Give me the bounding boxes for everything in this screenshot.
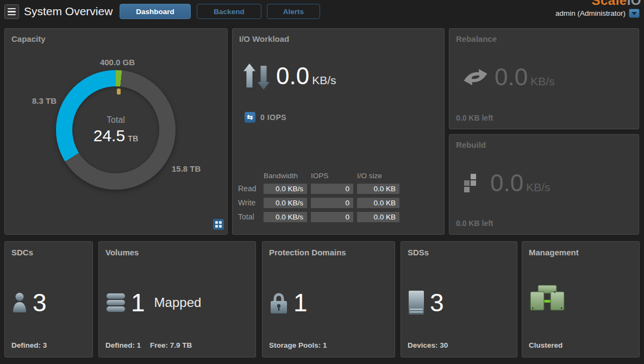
protection-domains-title: Protection Domains (269, 248, 346, 257)
protection-domains-stat: Storage Pools: 1 (269, 341, 327, 349)
rebalance-remaining: 0.0 KB left (456, 114, 493, 122)
tab-alerts[interactable]: Alerts (267, 4, 320, 19)
management-stat: Clustered (529, 341, 562, 349)
iops-swap-arrows-icon: ⇆ (245, 112, 255, 123)
io-bandwidth-unit: KB/s (312, 74, 336, 87)
tab-dashboard[interactable]: Dashboard (120, 4, 191, 19)
cluster-servers-icon (530, 285, 565, 312)
row-label-write: Write (238, 198, 260, 208)
capacity-detail-grid-icon[interactable] (213, 219, 224, 230)
capacity-total-unit: TB (128, 134, 138, 143)
sdss-stat: Devices: 30 (408, 341, 448, 349)
management-title: Management (529, 248, 579, 257)
capacity-total-value: 24.5 (93, 127, 125, 145)
user-menu-dropdown[interactable] (629, 9, 640, 18)
io-bandwidth-value: 0.0 (276, 62, 309, 90)
panel-sdcs: SDCs 3 Defined: 3 (4, 241, 93, 357)
panel-management: Management Clustered (522, 241, 640, 357)
write-io-size-value: 0.0 KB (357, 198, 399, 208)
rebuild-remaining: 0.0 KB left (456, 219, 493, 228)
capacity-used-label: 8.3 TB (13, 96, 57, 105)
scaleio-dashboard: System Overview Dashboard Backend Alerts… (0, 0, 644, 364)
capacity-free-label: 15.8 TB (172, 164, 201, 173)
rebuild-blocks-icon (463, 173, 484, 193)
user-label: admin (Administrator) (555, 9, 626, 17)
updown-arrows-icon (243, 62, 270, 90)
chevron-down-icon (632, 12, 637, 15)
col-io-size: I/O size (357, 172, 399, 180)
read-io-size-value: 0.0 KB (357, 184, 399, 194)
protection-domains-count: 1 (293, 290, 308, 315)
sdcs-stat: Defined: 3 (11, 341, 47, 349)
capacity-donut-ring: Total 24.5 TB (56, 70, 176, 190)
volumes-free-stat: Free: 7.9 TB (150, 341, 192, 349)
tab-backend[interactable]: Backend (197, 4, 261, 19)
rebalance-value: 0.0 (495, 64, 528, 91)
volumes-defined-stat: Defined: 1 (105, 341, 141, 349)
panel-sdss: SDSs 3 Devices: 30 (401, 241, 517, 357)
row-label-total: Total (238, 212, 260, 222)
top-bar: System Overview Dashboard Backend Alerts… (0, 0, 644, 25)
capacity-title: Capacity (11, 34, 46, 43)
rebalance-arrows-icon (463, 66, 488, 88)
panel-volumes: Volumes 1 Mapped Defined: 1 Free: 7.9 TB (98, 241, 256, 357)
rebalance-title: Rebalance (456, 34, 497, 43)
volumes-count: 1 (131, 290, 145, 315)
volume-stack-icon (107, 293, 125, 312)
read-bandwidth-value: 0.0 KB/s (264, 184, 307, 194)
total-iops-value: 0 (311, 212, 353, 222)
volumes-title: Volumes (105, 248, 139, 257)
rebuild-value: 0.0 (490, 170, 523, 197)
lock-icon (270, 291, 287, 314)
logo-scale-text: Scale (591, 0, 627, 6)
rebalance-unit: KB/s (530, 75, 554, 88)
total-bandwidth-value: 0.0 KB/s (264, 212, 307, 222)
sdcs-title: SDCs (11, 248, 33, 257)
io-workload-title: I/O Workload (239, 34, 289, 43)
col-iops: IOPS (311, 172, 353, 180)
io-iops-text: 0 IOPS (260, 113, 286, 122)
volumes-mapped-label: Mapped (154, 295, 202, 310)
capacity-donut-center: Total 24.5 TB (72, 86, 159, 173)
write-bandwidth-value: 0.0 KB/s (264, 198, 307, 208)
person-icon (12, 293, 27, 312)
sdss-count: 3 (430, 290, 444, 315)
col-bandwidth: Bandwidth (264, 172, 307, 180)
panel-capacity: Capacity 400.0 GB 8.3 TB 15.8 TB Total 2… (4, 28, 228, 235)
capacity-total-label: Total (107, 115, 125, 125)
rebuild-title: Rebuild (456, 140, 486, 149)
sdss-title: SDSs (408, 248, 429, 257)
capacity-donut-marker (117, 89, 121, 95)
capacity-spare-label: 400.0 GB (85, 58, 150, 67)
io-stats-table: Bandwidth IOPS I/O size Read 0.0 KB/s 0 … (238, 170, 399, 222)
rebuild-unit: KB/s (526, 181, 550, 194)
panel-rebalance: Rebalance 0.0 KB/s 0.0 KB left (449, 28, 639, 129)
page-title: System Overview (24, 5, 112, 18)
disk-server-icon (409, 291, 424, 315)
sdcs-count: 3 (33, 290, 47, 315)
panel-protection-domains: Protection Domains 1 Storage Pools: 1 (262, 241, 395, 357)
total-io-size-value: 0.0 KB (357, 212, 399, 222)
read-iops-value: 0 (311, 184, 353, 194)
scaleio-logo: ScaleIO (591, 0, 641, 6)
panel-rebuild: Rebuild 0.0 KB/s 0.0 KB left (449, 134, 639, 235)
row-label-read: Read (238, 184, 260, 194)
panel-io-workload: I/O Workload 0.0 KB/s ⇆ (232, 28, 445, 235)
hamburger-menu-icon[interactable] (4, 4, 19, 19)
write-iops-value: 0 (311, 198, 353, 208)
logo-io-text: IO (627, 0, 641, 6)
